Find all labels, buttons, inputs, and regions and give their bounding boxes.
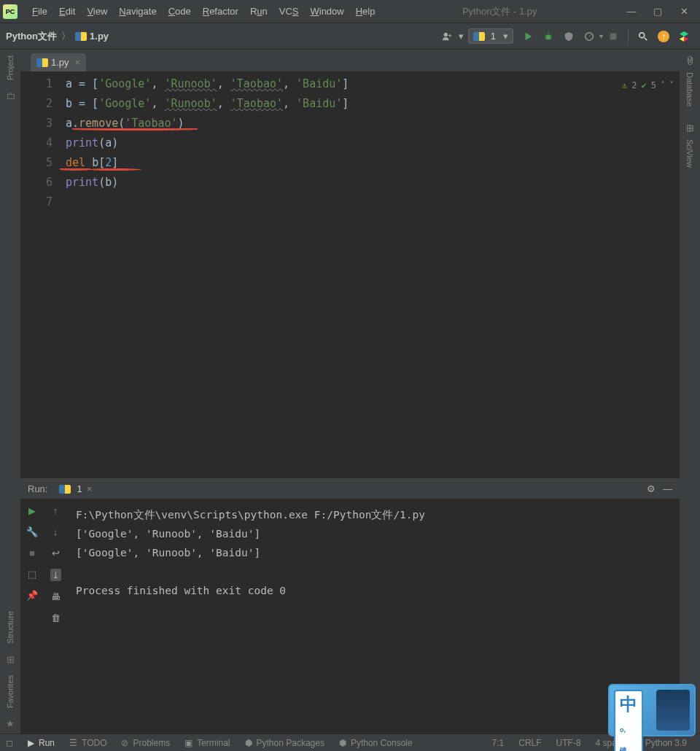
window-title: Python文件 - 1.py [381, 5, 618, 18]
breadcrumb[interactable]: Python文件 〉 1.py [6, 30, 109, 43]
chevron-up-icon[interactable]: ˄ [661, 76, 665, 96]
menu-navigate[interactable]: Navigate [113, 6, 162, 17]
menu-view[interactable]: View [81, 6, 113, 17]
layout-icon[interactable]: ⬚ [28, 569, 36, 580]
close-icon[interactable]: × [87, 483, 93, 494]
chevron-down-icon[interactable]: ˅ [669, 76, 674, 96]
annotation-mark [88, 168, 141, 171]
add-user-icon[interactable] [438, 28, 456, 45]
breadcrumb-file[interactable]: 1.py [90, 31, 109, 42]
right-tool-gutter: 🛢 Database ⊞ SciView [680, 50, 700, 734]
gear-icon[interactable]: ⚙ [647, 483, 656, 494]
ime-indicator[interactable]: 中o,键 [608, 684, 696, 736]
chevron-down-icon[interactable]: ▾ [599, 32, 603, 40]
star-icon[interactable]: ★ [6, 718, 15, 729]
print-icon[interactable]: 🖶 [51, 591, 61, 602]
bottom-todo[interactable]: ☰TODO [62, 738, 114, 748]
check-count: 5 [651, 76, 656, 96]
console-output[interactable]: F:\Python文件\venv\Scripts\python.exe F:/P… [67, 499, 680, 734]
run-configuration-selector[interactable]: 1 ▾ [468, 28, 513, 44]
editor-tab[interactable]: 1.py × [31, 53, 86, 71]
line-number: 6 [20, 173, 52, 192]
status-encoding[interactable]: UTF-8 [549, 738, 588, 748]
status-line-sep[interactable]: CRLF [511, 738, 548, 748]
status-caret-pos[interactable]: 7:1 [485, 738, 512, 748]
sidebar-item-favorites[interactable]: Favorites [6, 669, 15, 714]
maximize-button[interactable]: ▢ [645, 1, 671, 22]
menu-code[interactable]: Code [163, 6, 197, 17]
trash-icon[interactable]: 🗑 [51, 612, 61, 623]
check-icon: ✔ [642, 76, 647, 96]
coverage-button[interactable] [560, 28, 578, 45]
menu-vcs[interactable]: VCS [273, 6, 305, 17]
menu-window[interactable]: Window [304, 6, 349, 17]
inspection-widget[interactable]: ⚠2 ✔5 ˄ ˅ [622, 76, 674, 96]
bottom-run[interactable]: ▶Run [20, 738, 62, 748]
hide-icon[interactable]: — [663, 483, 672, 494]
up-icon[interactable]: ↑ [53, 505, 58, 516]
updates-button[interactable]: ↑ [655, 28, 672, 45]
down-icon[interactable]: ↓ [53, 526, 58, 537]
stop-button[interactable] [604, 28, 622, 45]
tab-label: 1.py [51, 57, 69, 68]
bottom-terminal[interactable]: ▣Terminal [177, 738, 237, 748]
debug-button[interactable] [540, 28, 557, 45]
sidebar-item-structure[interactable]: Structure [6, 605, 15, 650]
run-button[interactable] [519, 28, 537, 45]
breadcrumb-root[interactable]: Python文件 [6, 30, 57, 43]
ime-char: 中 [620, 694, 637, 714]
scroll-end-icon[interactable]: ⤓ [50, 569, 61, 581]
python-file-icon [36, 58, 48, 67]
warning-count: 2 [631, 76, 637, 96]
sidebar-item-project[interactable]: Project [6, 50, 15, 86]
python-file-icon [75, 32, 87, 41]
jetbrains-icon[interactable] [675, 28, 693, 45]
bottom-packages[interactable]: ⬢Python Packages [238, 738, 332, 748]
line-number: 5 [20, 153, 52, 173]
app-icon: PC [3, 4, 18, 19]
run-tab[interactable]: 1 × [53, 482, 98, 496]
run-actions-column-2: ↑ ↓ ↩ ⤓ 🖶 🗑 [44, 499, 67, 734]
menu-file[interactable]: File [26, 6, 53, 17]
line-number: 1 [20, 74, 52, 94]
stop-icon[interactable]: ■ [29, 548, 35, 559]
soft-wrap-icon[interactable]: ↩ [52, 548, 60, 559]
menu-edit[interactable]: Edit [53, 6, 81, 17]
structure-icon[interactable]: ⊞ [7, 654, 15, 665]
sidebar-item-database[interactable]: Database [685, 66, 694, 112]
sciview-icon[interactable]: ⊞ [686, 122, 694, 133]
menu-help[interactable]: Help [350, 6, 381, 17]
python-icon [59, 485, 71, 494]
run-title: Run: [28, 483, 47, 494]
folder-icon[interactable]: 🗀 [6, 90, 15, 101]
line-number: 3 [20, 114, 52, 133]
profile-button[interactable] [580, 28, 598, 45]
left-tool-gutter: Project 🗀 Structure ⊞ Favorites ★ [0, 50, 20, 734]
minimize-button[interactable]: — [618, 1, 645, 22]
run-actions-column-1: ▶ 🔧 ■ ⬚ 📌 [20, 499, 44, 734]
status-interpreter[interactable]: Python 3.9 [638, 738, 694, 748]
database-icon[interactable]: 🛢 [685, 55, 695, 66]
bottom-console[interactable]: ⬢Python Console [332, 738, 420, 748]
pin-icon[interactable]: 📌 [26, 590, 38, 601]
editor-column: 1.py × 1 2 3 4 5 6 7 a = ['Google', 'Run… [20, 50, 680, 734]
svg-rect-2 [610, 33, 617, 39]
run-tab-label: 1 [77, 483, 82, 494]
bottom-problems[interactable]: ⊘Problems [114, 738, 177, 748]
python-icon [473, 32, 485, 41]
close-icon[interactable]: × [75, 57, 81, 68]
gutter-line-numbers: 1 2 3 4 5 6 7 [20, 71, 60, 478]
rerun-icon[interactable]: ▶ [28, 505, 36, 516]
close-button[interactable]: ✕ [671, 1, 697, 22]
menu-refactor[interactable]: Refactor [197, 6, 244, 17]
sidebar-item-sciview[interactable]: SciView [685, 133, 694, 174]
code-editor[interactable]: 1 2 3 4 5 6 7 a = ['Google', 'Runoob', '… [20, 71, 680, 478]
search-button[interactable] [634, 28, 652, 45]
wrench-icon[interactable]: 🔧 [26, 526, 38, 537]
show-windows-icon[interactable]: ◻ [6, 738, 13, 748]
code-content[interactable]: a = ['Google', 'Runoob', 'Taobao', 'Baid… [60, 71, 680, 478]
chevron-down-icon[interactable]: ▾ [459, 31, 464, 42]
run-tool-window: Run: 1 × ⚙ — ▶ 🔧 ■ ⬚ 📌 [20, 478, 680, 734]
svg-point-3 [639, 32, 645, 37]
menu-run[interactable]: Run [244, 6, 273, 17]
